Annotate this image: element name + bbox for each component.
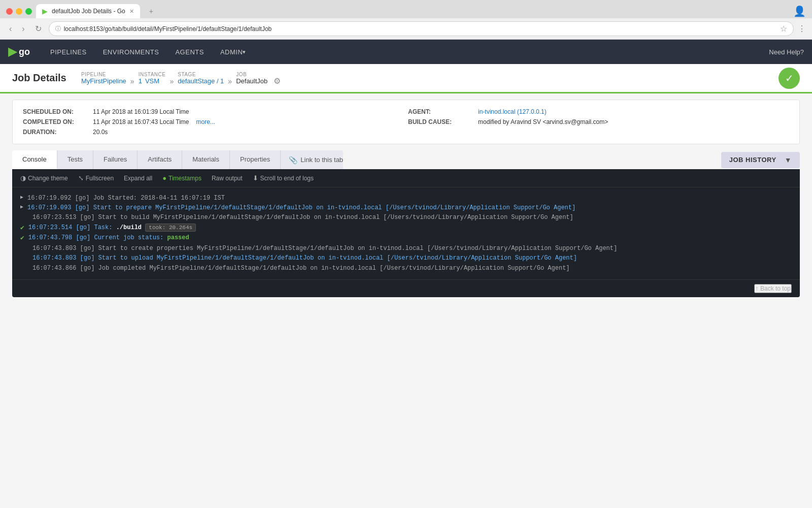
instance-section: Instance 1 VSM — [139, 72, 166, 85]
tab-tests[interactable]: Tests — [57, 150, 93, 169]
instance-value[interactable]: 1 — [139, 77, 142, 85]
job-value: DefaultJob — [236, 77, 267, 85]
duration-row: DURATION: 20.0s — [23, 129, 404, 136]
nav-items: PIPELINES ENVIRONMENTS AGENTS ADMIN — [42, 40, 254, 64]
close-dot[interactable] — [6, 8, 13, 15]
build-cause-value: modified by Aravind SV <arvind.sv@gmail.… — [478, 118, 608, 125]
timestamps-button[interactable]: ● Timestamps — [162, 174, 201, 182]
fullscreen-label: Fullscreen — [86, 175, 114, 182]
vsm-value[interactable]: VSM — [145, 77, 159, 85]
sep-1: » — [130, 77, 134, 85]
log-line[interactable]: ▶ 16:07:19.092 [go] Job Started: 2018-04… — [20, 194, 792, 203]
log-line: 16:07:43.803 [go] Start to create proper… — [20, 244, 792, 253]
expand-all-label: Expand all — [124, 175, 152, 182]
sep-2: » — [170, 77, 174, 85]
change-theme-label: Change theme — [28, 175, 68, 182]
tab-artifacts[interactable]: Artifacts — [138, 150, 182, 169]
spacer — [20, 213, 28, 223]
link-to-tab-label: Link to this tab — [300, 156, 343, 164]
log-line: 16:07:43.866 [go] Job completed MyFirstP… — [20, 264, 792, 273]
go-logo: ▶ go — [8, 45, 30, 58]
log-text: 16:07:43.798 [go] Current job status: pa… — [28, 233, 792, 243]
log-text: 16:07:43.803 [go] Start to create proper… — [32, 244, 792, 253]
stage-value[interactable]: defaultStage / 1 — [178, 77, 224, 85]
profile-icon[interactable]: 👤 — [793, 5, 806, 17]
tab-icon: ▶ — [42, 7, 48, 15]
scheduled-row: SCHEDULED ON: 11 Apr 2018 at 16:01:39 Lo… — [23, 108, 404, 115]
url-text: localhost:8153/go/tab/build/detail/MyFir… — [64, 25, 272, 33]
fullscreen-icon: ⤡ — [78, 174, 84, 182]
scroll-to-end-button[interactable]: ⬇ Scroll to end of logs — [253, 174, 314, 182]
spacer — [20, 244, 28, 253]
console-container: ◑ Change theme ⤡ Fullscreen Expand all ●… — [12, 169, 800, 297]
completed-row: COMPLETED ON: 11 Apr 2018 at 16:07:43 Lo… — [23, 118, 404, 125]
job-history-button[interactable]: JOB HISTORY ▼ — [721, 152, 800, 168]
link-to-tab-button[interactable]: 📎 Link to this tab — [289, 150, 343, 169]
refresh-button[interactable]: ↻ — [32, 23, 45, 35]
log-line: 16:07:43.803 [go] Start to upload MyFirs… — [20, 253, 792, 263]
theme-icon: ◑ — [20, 174, 26, 182]
scheduled-value: 11 Apr 2018 at 16:01:39 Local Time — [93, 108, 189, 115]
log-text: 16:07:23.513 [go] Start to build MyFirst… — [32, 213, 792, 223]
stage-label: Stage — [178, 72, 224, 77]
browser-menu-icon[interactable]: ⋮ — [798, 24, 806, 34]
agent-label: AGENT: — [408, 108, 474, 115]
tab-console[interactable]: Console — [12, 150, 57, 169]
maximize-dot[interactable] — [25, 8, 32, 15]
settings-icon[interactable]: ⚙ — [274, 76, 281, 86]
pipeline-label: Pipeline — [81, 72, 126, 77]
tab-properties[interactable]: Properties — [230, 150, 281, 169]
console-toolbar: ◑ Change theme ⤡ Fullscreen Expand all ●… — [12, 169, 800, 187]
log-text: 16:07:23.514 [go] Task: ./build took: 20… — [28, 223, 792, 233]
build-cause-row: BUILD CAUSE: modified by Aravind SV <arv… — [408, 118, 789, 125]
job-label: Job — [236, 72, 267, 77]
address-bar[interactable]: ⓘ localhost:8153/go/tab/build/detail/MyF… — [49, 21, 794, 36]
job-status-badge: ✓ — [779, 68, 800, 89]
minimize-dot[interactable] — [16, 8, 22, 15]
active-tab[interactable]: ▶ defaultJob Job Details - Go ✕ — [36, 4, 140, 18]
change-theme-button[interactable]: ◑ Change theme — [20, 174, 68, 182]
log-line[interactable]: ▶ 16:07:19.093 [go] Start to prepare MyF… — [20, 203, 792, 213]
agent-row: AGENT: in-tvinod.local (127.0.0.1) — [408, 108, 789, 115]
app-nav: ▶ go PIPELINES ENVIRONMENTS AGENTS ADMIN… — [0, 40, 812, 64]
scheduled-label: SCHEDULED ON: — [23, 108, 89, 115]
log-text: 16:07:19.093 [go] Start to prepare MyFir… — [27, 203, 792, 213]
back-to-top-label: Back to top — [760, 285, 791, 292]
tab-failures[interactable]: Failures — [93, 150, 138, 169]
log-text: 16:07:43.803 [go] Start to upload MyFirs… — [32, 253, 792, 263]
console-footer: ↑ Back to top — [12, 279, 800, 297]
sep-3: » — [228, 77, 232, 85]
forward-button[interactable]: › — [19, 23, 27, 35]
nav-admin[interactable]: ADMIN — [212, 40, 254, 64]
back-button[interactable]: ‹ — [6, 23, 15, 35]
spacer — [20, 253, 28, 263]
tabs-container: Console Tests Failures Artifacts Materia… — [12, 150, 800, 169]
tab-materials[interactable]: Materials — [182, 150, 230, 169]
pipeline-section: Pipeline MyFirstPipeline — [81, 72, 126, 85]
browser-chrome: ▶ defaultJob Job Details - Go ✕ + 👤 ‹ › … — [0, 0, 812, 40]
back-to-top-button[interactable]: ↑ Back to top — [754, 284, 792, 293]
more-link[interactable]: more... — [196, 118, 215, 125]
need-help-link[interactable]: Need Help? — [769, 48, 804, 56]
fullscreen-button[interactable]: ⤡ Fullscreen — [78, 174, 114, 182]
tab-close-button[interactable]: ✕ — [129, 8, 134, 15]
pipeline-value[interactable]: MyFirstPipeline — [81, 77, 126, 85]
job-header: Job Details Pipeline MyFirstPipeline » I… — [0, 64, 812, 93]
nav-environments[interactable]: ENVIRONMENTS — [95, 40, 167, 64]
raw-output-button[interactable]: Raw output — [212, 175, 243, 182]
tab-title: defaultJob Job Details - Go — [52, 8, 125, 15]
success-icon: ✔ — [20, 223, 24, 234]
new-tab-button[interactable]: + — [144, 4, 158, 18]
expand-all-button[interactable]: Expand all — [124, 175, 152, 182]
log-text: 16:07:43.866 [go] Job completed MyFirstP… — [32, 264, 792, 273]
job-info-panel: SCHEDULED ON: 11 Apr 2018 at 16:01:39 Lo… — [12, 100, 800, 144]
nav-agents[interactable]: AGENTS — [167, 40, 212, 64]
dropdown-arrow-icon: ▼ — [785, 156, 792, 164]
expand-icon: ▶ — [20, 203, 23, 211]
log-line: 16:07:23.513 [go] Start to build MyFirst… — [20, 213, 792, 223]
link-icon: 📎 — [289, 156, 297, 164]
nav-pipelines[interactable]: PIPELINES — [42, 40, 95, 64]
agent-value[interactable]: in-tvinod.local (127.0.0.1) — [478, 108, 547, 115]
go-logo-text: go — [19, 47, 30, 57]
bookmark-icon[interactable]: ☆ — [780, 24, 787, 34]
